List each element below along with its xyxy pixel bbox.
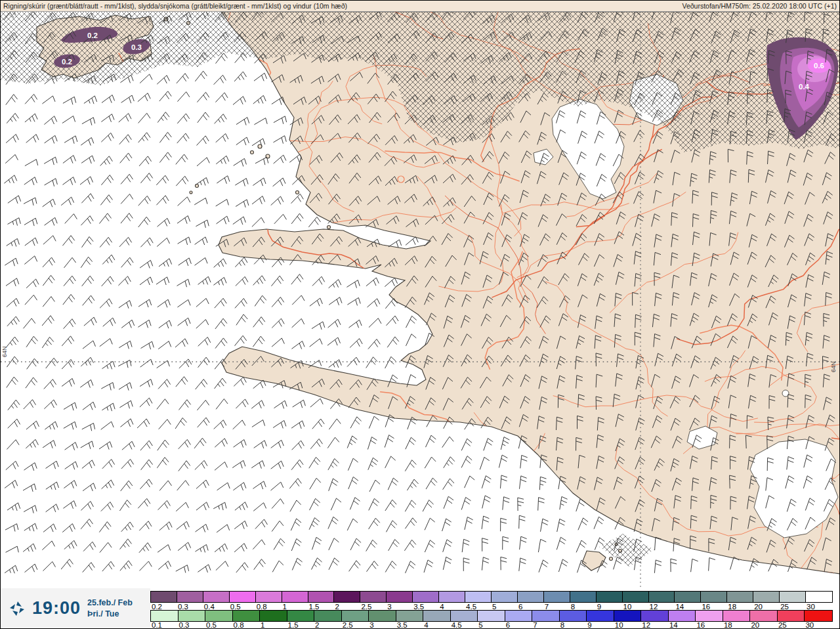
rain-scale-tick-label: 0.1 [152, 621, 162, 629]
rain-scale-tick-label: 9 [587, 621, 591, 629]
sleet-scale-cell [203, 592, 230, 602]
rain-scale-cell [750, 611, 778, 621]
sleet-scale-cell [492, 592, 518, 602]
rain-scale-tick-label: 4 [424, 621, 428, 629]
sleet-scale-cell [387, 592, 413, 602]
sleet-scale-cell [360, 592, 387, 602]
sleet-scale-cell [413, 592, 439, 602]
rain-scale-cell [260, 611, 287, 621]
rain-scale-cell [178, 611, 206, 621]
rain-scale-cell [723, 611, 751, 621]
sleet-scale-cell [230, 592, 256, 602]
sleet-scale-cell [597, 592, 623, 602]
model-run-info: Veðurstofan/HM750m: 25.02.2020 18:00 UTC… [682, 2, 837, 10]
sleet-scale-cell [727, 592, 753, 602]
rain-scale-tick-label: 25 [778, 621, 787, 629]
sleet-scale-cell [256, 592, 282, 602]
islet [610, 557, 613, 561]
rain-scale-cell [560, 611, 587, 621]
precip-scales: 0.20.30.40.50.811.522.533.544.5567891012… [150, 588, 833, 628]
precip-label: 0.2 [62, 58, 72, 66]
islet [327, 226, 331, 229]
precip-label: 0.3 [131, 43, 142, 51]
met-office-logo-icon [9, 600, 26, 617]
forecast-time: 19:00 [32, 598, 81, 618]
rain-scale-cell [614, 611, 642, 621]
precip-label: 0.4 [799, 83, 810, 91]
rain-scale-cell [233, 611, 261, 621]
rain-scale-cell [287, 611, 315, 621]
rain-scale-tick-label: 1 [261, 621, 264, 629]
time-panel: 19:00 25.feb./ Feb Þri./ Tue [1, 588, 150, 628]
map-legend-title: Rigning/skúrir (grænt/blátt/rautt - mm/1… [3, 2, 347, 10]
sleet-scale-cell [806, 592, 832, 602]
rain-scale-cell [342, 611, 369, 621]
sleet-scale-cell [675, 592, 701, 602]
islet [190, 191, 192, 194]
rain-scale-tick-label: 30 [805, 621, 814, 629]
rain-scale-tick-label: 4.5 [452, 621, 462, 629]
rain-scale-tick-label: 0.3 [179, 621, 190, 629]
rain-scale-cell [669, 611, 696, 621]
sleet-scale-cell [334, 592, 360, 602]
rain-scale-cell [205, 611, 233, 621]
rain-scale-tick-label: 5 [478, 621, 482, 629]
forecast-map: 0.2 0.3 0.2 0.6 0.4 64N 64N [1, 12, 839, 588]
rain-scale-labels: 0.10.30.50.811.522.533.544.5567891012141… [150, 621, 840, 628]
rain-scale-cell [696, 611, 723, 621]
sleet-scale-cell [753, 592, 780, 602]
rain-scale-cell [805, 611, 832, 621]
title-bar: Rigning/skúrir (grænt/blátt/rautt - mm/1… [1, 1, 839, 12]
rain-scale-cell [641, 611, 669, 621]
forecast-date-top: 25.feb./ Feb [87, 597, 133, 608]
sleet-scale-cell [151, 592, 177, 602]
rain-scale-cell [532, 611, 560, 621]
rain-scale-tick-label: 12 [642, 621, 650, 629]
rain-scale-cell [505, 611, 533, 621]
rain-scale-tick-label: 3.5 [397, 621, 408, 629]
lat-label-left: 64N [1, 346, 8, 357]
weather-map-app: Rigning/skúrir (grænt/blátt/rautt - mm/1… [0, 0, 840, 629]
rain-scale-cell [369, 611, 396, 621]
rain-scale-cell [151, 611, 178, 621]
rain-scale-tick-label: 2.5 [343, 621, 353, 629]
sleet-scale-cell [649, 592, 675, 602]
precip-label: 0.2 [87, 32, 98, 39]
sleet-scale-cell [780, 592, 806, 602]
sleet-scale-cell [439, 592, 465, 602]
rain-scale-tick-label: 2 [315, 621, 319, 629]
map-area: 0.2 0.3 0.2 0.6 0.4 64N 64N [1, 12, 839, 588]
rain-scale-tick-label: 18 [724, 621, 732, 629]
sleet-scale-cell [518, 592, 544, 602]
islet [251, 151, 254, 154]
sleet-scale-cell [701, 592, 727, 602]
rain-scale-tick-label: 10 [615, 621, 623, 629]
rain-scale-cell [396, 611, 424, 621]
rain-scale-cell [451, 611, 478, 621]
rain-scale-tick-label: 0.8 [234, 621, 244, 629]
rain-scale-tick-label: 8 [560, 621, 564, 629]
rain-scale-band [150, 610, 833, 622]
rain-scale-cell [587, 611, 614, 621]
sleet-scale-labels: 0.20.30.40.50.811.522.533.544.5567891012… [150, 603, 840, 610]
rain-scale-tick-label: 7 [533, 621, 537, 629]
precip-label: 0.6 [814, 62, 824, 70]
sleet-scale-cell [177, 592, 203, 602]
rain-scale-tick-label: 6 [506, 621, 510, 629]
rain-scale-cell [423, 611, 451, 621]
rain-scale-tick-label: 3 [369, 621, 373, 629]
rain-scale-cell [478, 611, 505, 621]
forecast-date: 25.feb./ Feb Þri./ Tue [87, 597, 133, 619]
rain-scale-cell [778, 611, 805, 621]
forecast-date-bottom: Þri./ Tue [87, 609, 133, 619]
rain-scale-tick-label: 14 [669, 621, 678, 629]
sleet-scale-cell [308, 592, 335, 602]
sleet-scale-cell [465, 592, 492, 602]
sleet-scale-cell [282, 592, 308, 602]
rain-scale-tick-label: 20 [751, 621, 759, 629]
sleet-scale-band [150, 591, 833, 603]
sleet-scale-cell [570, 592, 597, 602]
rain-scale-tick-label: 1.5 [288, 621, 299, 629]
rain-scale-tick-label: 0.5 [206, 621, 217, 629]
lat-label-right: 64N [830, 361, 837, 372]
